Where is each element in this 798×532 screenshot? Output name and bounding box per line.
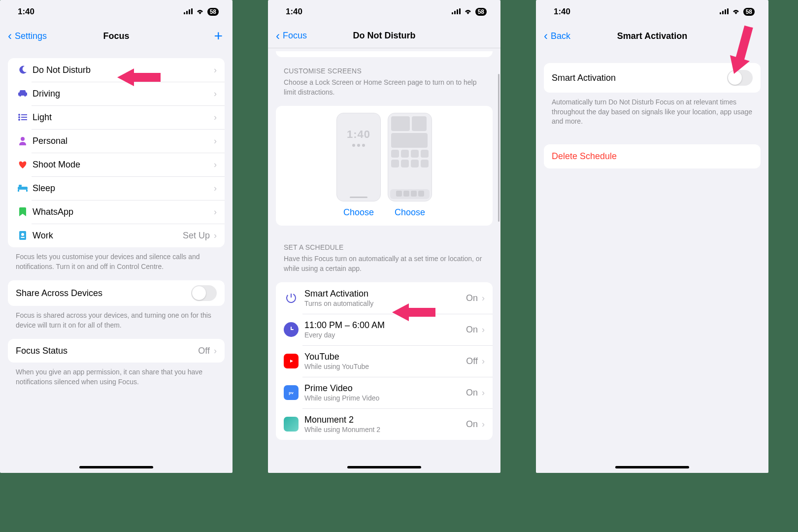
status-right: 58 [720,7,755,17]
schedule-sub: Every day [304,331,466,339]
schedule-sub: While using Prime Video [304,394,466,402]
focus-item-label: Light [30,112,210,123]
svg-rect-9 [21,119,27,120]
monument-icon [284,417,299,432]
svg-rect-2 [189,9,190,14]
home-indicator [615,466,689,468]
schedule-youtube[interactable]: YouTube While using YouTube Off › [276,345,493,377]
chevron-right-icon: › [214,65,217,75]
chevron-right-icon: › [214,231,217,241]
focus-item-light[interactable]: Light › [8,105,225,129]
customise-card: 1:40 Choose Choose [276,106,493,226]
schedule-smart-activation[interactable]: Smart Activation Turns on automatically … [276,282,493,314]
chevron-right-icon: › [214,136,217,146]
focus-status-row[interactable]: Focus Status Off › [8,339,225,363]
svg-rect-12 [18,190,19,192]
back-button[interactable]: ‹ Settings [8,30,47,42]
list-icon [16,114,30,121]
status-bar: 1:40 58 [536,0,768,24]
smart-activation-footer: Automatically turn Do Not Disturb Focus … [544,93,761,135]
back-button[interactable]: ‹ Back [544,30,570,42]
share-across-devices-row[interactable]: Share Across Devices [8,280,225,306]
chevron-right-icon: › [214,89,217,99]
nav-bar: ‹ Settings Focus + [0,24,233,48]
focus-item-sleep[interactable]: Sleep › [8,176,225,200]
schedule-value: On [466,419,478,430]
focus-item-whatsapp[interactable]: WhatsApp › [8,200,225,224]
back-button[interactable]: ‹ Focus [276,30,307,42]
lock-screen-preview[interactable]: 1:40 [336,113,381,201]
power-icon [284,291,299,305]
chevron-right-icon: › [482,293,485,303]
screen-do-not-disturb: 1:40 58 ‹ Focus Do Not Disturb CUSTOMISE… [268,0,500,473]
svg-rect-14 [19,185,22,187]
share-toggle[interactable] [191,285,217,301]
wifi-icon [464,7,472,17]
svg-rect-13 [26,190,28,192]
chevron-right-icon: › [214,207,217,217]
focus-item-driving[interactable]: Driving › [8,82,225,105]
svg-rect-17 [21,237,25,238]
badge-icon [16,231,30,240]
svg-rect-25 [720,12,721,14]
annotation-arrow [117,67,162,87]
focus-item-do-not-disturb[interactable]: Do Not Disturb › [8,58,225,82]
focus-item-work[interactable]: Work Set Up › [8,224,225,247]
person-icon [16,136,30,145]
svg-rect-3 [191,8,193,14]
schedule-list: Smart Activation Turns on automatically … [276,282,493,440]
svg-point-6 [18,116,20,118]
schedule-value: On [466,325,478,335]
add-button[interactable]: + [214,28,223,44]
svg-rect-28 [727,8,729,14]
status-bar: 1:40 58 [0,0,233,24]
schedule-title: Monument 2 [304,415,466,425]
status-time: 1:40 [286,7,302,17]
signal-icon [184,7,193,17]
clock-icon [284,322,299,337]
focus-item-label: Work [30,231,183,241]
status-right: 58 [184,7,219,17]
choose-lock-button[interactable]: Choose [336,207,381,218]
focus-status-card: Focus Status Off › [8,339,225,363]
chevron-right-icon: › [214,183,217,194]
schedule-monument[interactable]: Monument 2 While using Monument 2 On › [276,408,493,440]
focus-item-value: Set Up [183,231,210,241]
status-time: 1:40 [18,7,34,17]
svg-rect-5 [21,114,27,115]
svg-rect-7 [21,117,27,118]
schedule-title: 11:00 PM – 6:00 AM [304,320,466,331]
svg-rect-1 [186,11,188,14]
scrollbar[interactable] [498,74,499,222]
chevron-right-icon: › [214,346,217,356]
schedule-sub: Turns on automatically [304,299,466,307]
status-bar: 1:40 58 [268,0,500,24]
youtube-icon [284,354,299,368]
moon-icon [16,65,30,75]
back-label: Back [551,31,570,41]
nav-bar: ‹ Focus Do Not Disturb [268,24,500,48]
battery-icon: 58 [743,8,755,16]
schedule-time[interactable]: 11:00 PM – 6:00 AM Every day On › [276,314,493,345]
schedule-prime-video[interactable]: pv Prime Video While using Prime Video O… [276,377,493,408]
schedule-header: SET A SCHEDULE [276,226,493,254]
svg-rect-19 [454,11,456,14]
status-right: 58 [452,7,487,17]
svg-rect-21 [459,8,461,14]
lock-screen-time: 1:40 [347,128,370,141]
delete-schedule-button[interactable]: Delete Schedule [544,144,761,168]
schedule-title: Prime Video [304,383,466,394]
schedule-value: On [466,293,478,303]
focus-item-personal[interactable]: Personal › [8,129,225,153]
chevron-right-icon: › [482,419,485,430]
focus-item-shoot-mode[interactable]: Shoot Mode › [8,153,225,176]
chevron-right-icon: › [482,356,485,366]
svg-point-10 [21,137,25,141]
schedule-value: Off [466,356,478,366]
screen-focus-list: 1:40 58 ‹ Settings Focus + Do Not Distur… [0,0,233,473]
prime-icon: pv [284,385,299,400]
chevron-left-icon: ‹ [8,30,12,42]
home-screen-preview[interactable] [388,113,432,201]
choose-home-button[interactable]: Choose [388,207,432,218]
status-time: 1:40 [554,7,570,17]
